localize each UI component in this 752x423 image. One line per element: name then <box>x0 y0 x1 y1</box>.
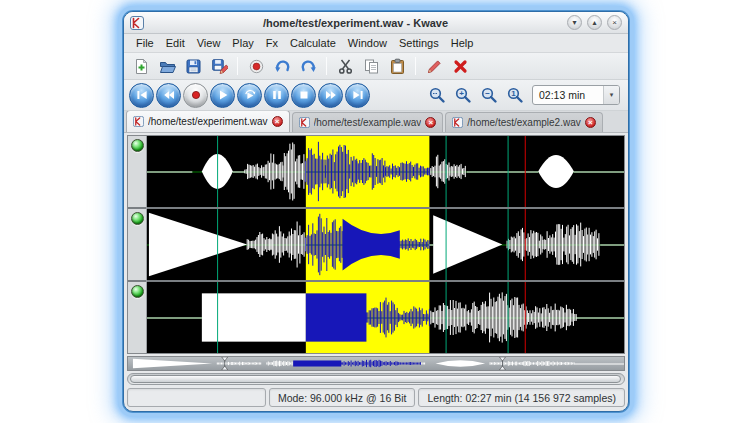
new-file-icon <box>133 58 150 75</box>
undo-button[interactable] <box>270 55 294 77</box>
undo-icon <box>274 58 291 75</box>
status-message-area <box>127 388 266 407</box>
delete-button[interactable] <box>448 55 472 77</box>
tab-close-icon[interactable]: × <box>425 117 436 128</box>
tab-close-icon[interactable]: × <box>272 116 283 127</box>
zoom-select[interactable]: 02:13 min ▾ <box>532 85 620 105</box>
track-controls-column <box>128 136 147 353</box>
waveform-track-1[interactable] <box>147 136 624 209</box>
track-2-enable-led[interactable] <box>131 212 144 225</box>
tab-experiment-wav[interactable]: /home/test/experiment.wav × <box>126 111 290 132</box>
file-toolbar <box>124 53 628 80</box>
titlebar[interactable]: /home/test/experiment.wav - Kwave ▾ ▴ × <box>124 12 628 34</box>
redo-button[interactable] <box>296 55 320 77</box>
cut-button[interactable] <box>333 55 357 77</box>
scrollbar-thumb[interactable] <box>130 375 621 383</box>
pause-icon <box>271 89 283 101</box>
waveform-track-3[interactable] <box>147 282 624 353</box>
tab-close-icon[interactable]: × <box>585 117 596 128</box>
pencil-erase-icon <box>426 58 443 75</box>
track-3-enable-led[interactable] <box>131 285 144 298</box>
paste-icon <box>389 58 406 75</box>
status-mode: Mode: 96.000 kHz @ 16 Bit <box>269 388 416 407</box>
svg-text:+: + <box>459 89 464 98</box>
toolbar-separator <box>415 57 416 75</box>
record-new-button[interactable] <box>244 55 268 77</box>
maximize-button[interactable]: ▴ <box>587 15 602 30</box>
open-file-button[interactable] <box>155 55 179 77</box>
record-button[interactable] <box>183 83 208 108</box>
loop-button[interactable] <box>237 83 262 108</box>
go-to-start-button[interactable] <box>129 83 154 108</box>
horizontal-scrollbar[interactable] <box>127 373 625 385</box>
save-icon <box>185 58 202 75</box>
delete-x-icon <box>452 58 469 75</box>
menubar: File Edit View Play Fx Calculate Window … <box>124 34 628 53</box>
overview-strip[interactable] <box>127 356 625 371</box>
menu-settings[interactable]: Settings <box>393 35 445 51</box>
save-as-icon <box>211 58 228 75</box>
tab-example2-wav[interactable]: /home/test/example2.wav × <box>445 112 602 132</box>
tabbar: /home/test/experiment.wav × /home/test/e… <box>124 111 628 133</box>
erase-button[interactable] <box>422 55 446 77</box>
menu-file[interactable]: File <box>130 35 160 51</box>
tab-label: /home/test/example.wav <box>314 117 422 128</box>
paste-button[interactable] <box>385 55 409 77</box>
minimize-button[interactable]: ▾ <box>567 15 582 30</box>
menu-calculate[interactable]: Calculate <box>284 35 342 51</box>
status-length: Length: 02:27 min (14 156 972 samples) <box>418 388 625 407</box>
play-button[interactable] <box>210 83 235 108</box>
tab-example-wav[interactable]: /home/test/example.wav × <box>292 112 444 132</box>
playback-toolbar: + − 1 02:13 min ▾ <box>124 80 628 111</box>
waveform-3 <box>147 282 624 353</box>
overview-waveform <box>128 357 624 370</box>
kwave-file-icon <box>299 117 310 128</box>
menu-window[interactable]: Window <box>342 35 393 51</box>
rewind-button[interactable] <box>156 83 181 108</box>
zoom-100-button[interactable]: 1 <box>502 83 528 107</box>
record-dot-icon <box>190 89 202 101</box>
zoom-value: 02:13 min <box>533 89 603 101</box>
toolbar-separator <box>237 57 238 75</box>
waveform-1 <box>147 136 624 207</box>
close-button[interactable]: × <box>607 15 622 30</box>
track-1-enable-led[interactable] <box>131 139 144 152</box>
menu-play[interactable]: Play <box>226 35 259 51</box>
pause-button[interactable] <box>264 83 289 108</box>
menu-fx[interactable]: Fx <box>260 35 284 51</box>
menu-edit[interactable]: Edit <box>160 35 191 51</box>
track-3-controls <box>128 282 146 353</box>
save-button[interactable] <box>181 55 205 77</box>
window-title: /home/test/experiment.wav - Kwave <box>149 17 562 29</box>
copy-icon <box>363 58 380 75</box>
forward-button[interactable] <box>318 83 343 108</box>
copy-button[interactable] <box>359 55 383 77</box>
skip-forward-icon <box>352 89 364 101</box>
zoom-selection-button[interactable] <box>424 83 450 107</box>
kwave-file-icon <box>452 117 463 128</box>
zoom-out-button[interactable]: − <box>476 83 502 107</box>
stop-button[interactable] <box>291 83 316 108</box>
tab-label: /home/test/example2.wav <box>467 117 580 128</box>
waveform-track-2[interactable] <box>147 209 624 282</box>
seek-backward-icon <box>163 89 175 101</box>
save-as-button[interactable] <box>207 55 231 77</box>
stop-icon <box>298 89 310 101</box>
zoom-100-icon: 1 <box>506 86 524 104</box>
kwave-window: /home/test/experiment.wav - Kwave ▾ ▴ × … <box>123 11 629 412</box>
svg-text:1: 1 <box>511 89 516 98</box>
chevron-down-icon[interactable]: ▾ <box>603 86 619 104</box>
svg-text:−: − <box>485 89 490 98</box>
record-icon <box>248 58 265 75</box>
statusbar: Mode: 96.000 kHz @ 16 Bit Length: 02:27 … <box>124 385 628 411</box>
kwave-app-icon[interactable] <box>130 16 144 30</box>
go-to-end-button[interactable] <box>345 83 370 108</box>
menu-view[interactable]: View <box>191 35 227 51</box>
play-icon <box>217 89 229 101</box>
redo-icon <box>300 58 317 75</box>
tracks <box>147 136 624 353</box>
waveform-2 <box>147 209 624 280</box>
zoom-in-button[interactable]: + <box>450 83 476 107</box>
menu-help[interactable]: Help <box>445 35 480 51</box>
new-file-button[interactable] <box>129 55 153 77</box>
